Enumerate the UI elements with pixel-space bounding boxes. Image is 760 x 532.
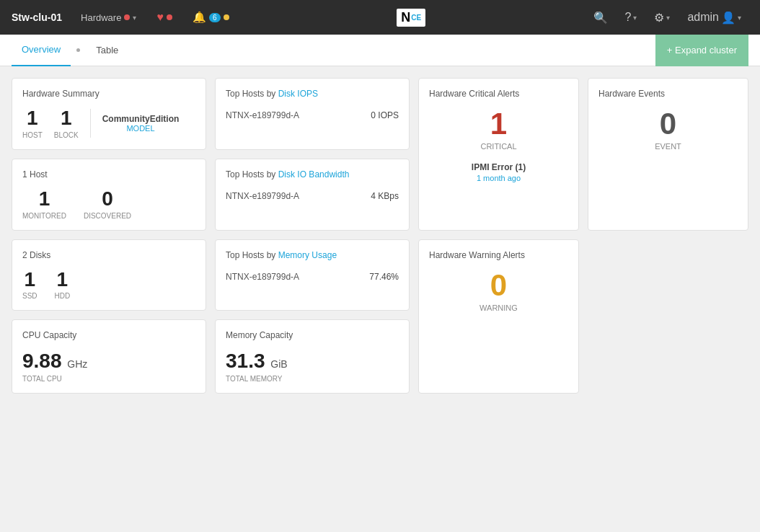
hw-events-title: Hardware Events [598,89,738,99]
warning-alerts-center: 0 WARNING [429,269,568,312]
memory-value: 31.3 GiB [226,350,288,372]
tab-separator [76,48,80,52]
admin-menu[interactable]: admin 👤 ▾ [680,0,748,35]
divider [90,109,91,138]
ssd-count: 1 [22,269,37,291]
bell-menu[interactable]: 🔔 6 [185,0,237,35]
heart-icon: ♥ [156,11,164,24]
ssd-metric: 1 SSD [22,269,37,301]
hdd-count: 1 [55,269,71,291]
hdd-label: HDD [55,292,71,300]
cpu-unit: GHz [67,358,87,370]
host-label: HOST [22,131,43,139]
overview-label: Overview [22,44,61,55]
memory-capacity-card: Memory Capacity 31.3 GiB TOTAL MEMORY [215,319,410,394]
top-disk-bandwidth-title: Top Hosts by Disk IO Bandwidth [226,169,399,179]
cpu-number: 9.88 [22,350,62,372]
disk-bw-row: NTNX-e189799d-A 4 KBps [226,188,399,204]
hdd-metric: 1 HDD [55,269,71,301]
discovered-count: 0 [84,188,131,210]
top-disk-bandwidth-card: Top Hosts by Disk IO Bandwidth NTNX-e189… [215,159,410,231]
memory-capacity-title: Memory Capacity [226,330,399,340]
top-disk-iops-title: Top Hosts by Disk IOPS [226,89,399,99]
model-block: CommunityEdition MODEL [102,114,180,133]
events-count: 0 [598,107,738,141]
top-disk-iops-card: Top Hosts by Disk IOPS NTNX-e189799d-A 0… [215,78,410,150]
help-icon: ? [625,11,632,24]
host-metric: 1 HOST [22,107,43,139]
warning-alerts-card: Hardware Warning Alerts 0 WARNING [418,239,579,394]
tab-overview[interactable]: Overview [12,35,71,66]
disk-metrics: 1 SSD 1 HDD [22,269,195,301]
disk-iops-value: 0 IOPS [371,110,399,120]
tab-table[interactable]: Table [86,35,128,66]
logo: N CE [397,9,425,27]
warning-count: 0 [429,269,568,302]
health-alert-dot [167,14,172,20]
critical-alert-detail: IPMI Error (1) 1 month ago [429,162,568,182]
help-chevron: ▾ [633,14,637,22]
critical-alerts-card: Hardware Critical Alerts 1 CRITICAL IPMI… [418,78,579,231]
expand-cluster-button[interactable]: + Expand cluster [655,35,748,66]
ssd-label: SSD [22,292,37,300]
health-menu[interactable]: ♥ [149,0,180,35]
subnav-right: + Expand cluster [655,35,748,66]
mem-usage-highlight: Memory Usage [278,250,337,260]
memory-capacity-value-block: 31.3 GiB TOTAL MEMORY [226,349,399,383]
hardware-summary-card: Hardware Summary 1 HOST 1 BLOCK Communit… [12,78,206,150]
hardware-chevron: ▾ [133,14,136,22]
hw-events-card: Hardware Events 0 EVENT [588,78,748,231]
monitored-label: MONITORED [22,212,66,220]
discovered-metric: 0 DISCOVERED [84,188,131,220]
settings-chevron: ▾ [666,14,670,22]
top-memory-title: Top Hosts by Memory Usage [226,250,399,260]
cluster-name[interactable]: Stw-clu-01 [12,12,62,23]
bell-badge: 6 [209,13,221,22]
model-name: CommunityEdition [102,114,180,124]
memory-value: 77.46% [369,272,399,282]
disks-title: 2 Disks [22,250,195,260]
hardware-status-dot [124,14,130,20]
model-label: MODEL [102,124,180,133]
critical-alerts-title: Hardware Critical Alerts [429,89,568,99]
sub-navbar: Overview Table + Expand cluster [0,35,760,66]
monitored-count: 1 [22,188,66,210]
host-card-title: 1 Host [22,169,195,179]
discovered-label: DISCOVERED [84,212,131,220]
host-count: 1 [22,107,43,130]
help-button[interactable]: ? ▾ [618,0,645,35]
critical-alerts-center: 1 CRITICAL [429,107,568,151]
logo-text: N [401,10,410,25]
nav-center: N CE [242,9,580,27]
admin-label: admin [687,11,719,24]
events-label: EVENT [598,142,738,151]
block-count: 1 [54,107,79,130]
warning-alerts-title: Hardware Warning Alerts [429,250,568,260]
search-icon: 🔍 [593,11,608,25]
hardware-label: Hardware [81,12,121,23]
settings-button[interactable]: ⚙ ▾ [647,0,677,35]
memory-usage-row: NTNX-e189799d-A 77.46% [226,269,399,285]
ipmi-error-title: IPMI Error (1) [429,162,568,172]
critical-label: CRITICAL [429,142,568,151]
logo-ce: CE [411,14,421,22]
cpu-capacity-title: CPU Capacity [22,330,195,340]
disk-iops-row: NTNX-e189799d-A 0 IOPS [226,107,399,123]
host-metrics: 1 MONITORED 0 DISCOVERED [22,188,195,220]
hardware-summary-inner: 1 HOST 1 BLOCK CommunityEdition MODEL [22,107,195,139]
hardware-menu[interactable]: Hardware ▾ [74,0,143,35]
host-card: 1 Host 1 MONITORED 0 DISCOVERED [12,159,206,231]
bell-icon: 🔔 [193,11,206,24]
settings-icon: ⚙ [654,11,664,25]
cpu-capacity-card: CPU Capacity 9.88 GHz TOTAL CPU [12,319,206,394]
hardware-summary-title: Hardware Summary [22,89,195,99]
search-button[interactable]: 🔍 [586,0,615,35]
bell-dot [224,14,229,20]
memory-host: NTNX-e189799d-A [226,272,299,282]
warning-label: WARNING [429,303,568,312]
empty-col4-row3 [588,239,748,311]
cpu-value: 9.88 GHz [22,350,87,372]
empty-col4-row4 [588,319,748,394]
top-navbar: Stw-clu-01 Hardware ▾ ♥ 🔔 6 N CE 🔍 ? ▾ ⚙… [0,0,760,35]
memory-total-label: TOTAL MEMORY [226,375,399,383]
